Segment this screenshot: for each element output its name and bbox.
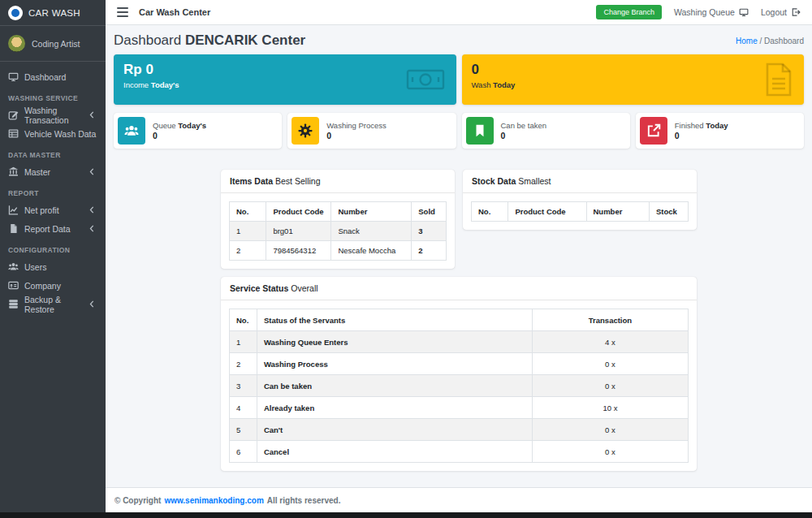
washing-process-value: 0 <box>326 131 387 140</box>
sidebar-section-washing-service: WASHING SERVICE <box>0 86 106 106</box>
washing-queue-link[interactable]: Washing Queue <box>674 7 749 17</box>
monitor-icon <box>739 7 749 17</box>
cell-sold: 2 <box>412 241 447 261</box>
stock-data-title-bold: Stock Data <box>472 176 516 186</box>
washing-queue-label: Washing Queue <box>674 7 735 17</box>
cell-status: Can be taken <box>257 375 532 397</box>
sidebar-nav: Dashboard WASHING SERVICE Washing Transa… <box>0 62 106 313</box>
sidebar-item-report-data[interactable]: Report Data <box>0 219 106 238</box>
column-header: No. <box>472 202 508 222</box>
monitor-icon <box>8 71 19 82</box>
chevron-left-icon <box>87 205 97 215</box>
id-card-icon <box>8 280 19 291</box>
queue-label: Queue <box>153 121 176 130</box>
finished-label-bold: Today <box>706 121 728 130</box>
income-card: Rp 0 Income Today's <box>114 54 456 105</box>
gear-icon <box>292 117 319 145</box>
sidebar-item-backup-restore[interactable]: Backup & Restore <box>0 295 106 313</box>
column-header: No. <box>230 309 257 331</box>
app-window: CAR WASH Coding Artist Dashboard WASHING… <box>0 0 812 518</box>
users-icon <box>118 117 145 145</box>
income-value: Rp 0 <box>123 61 447 78</box>
can-be-taken-value: 0 <box>501 131 547 140</box>
user-panel[interactable]: Coding Artist <box>0 26 106 62</box>
queue-value: 0 <box>153 131 206 140</box>
sidebar-item-label: Dashboard <box>24 72 66 82</box>
sign-out-icon <box>791 7 801 17</box>
change-branch-button[interactable]: Change Branch <box>596 5 662 19</box>
queue-card-text: Queue Today's 0 <box>153 121 206 140</box>
cell-transaction: 10 x <box>532 397 688 419</box>
wash-today-label: Wash Today <box>472 80 795 89</box>
sidebar-item-label: Users <box>24 262 46 272</box>
sidebar-item-users[interactable]: Users <box>0 257 106 276</box>
money-bill-icon <box>406 67 445 93</box>
sidebar-item-washing-transaction[interactable]: Washing Transaction <box>0 106 106 124</box>
sidebar-section-configuration: CONFIGURATION <box>0 238 106 257</box>
breadcrumb: Home / Dashboard <box>736 37 804 45</box>
page-title-bold: DENCARIK Center <box>185 32 305 48</box>
chevron-left-icon <box>87 299 97 309</box>
income-label: Income Today's <box>123 80 447 89</box>
finished-card: Finished Today 0 <box>636 113 804 149</box>
breadcrumb-current: Dashboard <box>764 37 804 45</box>
queue-label-bold: Today's <box>178 121 206 130</box>
items-data-title-bold: Items Data <box>230 176 273 186</box>
sidebar-item-label: Backup & Restore <box>24 295 81 314</box>
hamburger-menu-icon[interactable] <box>117 7 128 17</box>
sidebar-item-label: Report Data <box>24 224 71 234</box>
carwash-logo-icon <box>8 6 23 20</box>
chart-line-icon <box>8 205 19 215</box>
items-data-card-title: Items Data Best Selling <box>221 170 455 193</box>
column-header: No. <box>230 202 266 222</box>
items-data-title-regular: Best Selling <box>275 176 320 186</box>
cell-no: 1 <box>230 331 257 353</box>
service-status-table: No. Status of the Servants Transaction 1… <box>229 309 689 463</box>
sidebar-section-report: REPORT <box>0 181 106 201</box>
window-bottom-edge <box>0 512 812 518</box>
sidebar-item-label: Washing Transaction <box>24 106 81 125</box>
page-title-regular: Dashboard <box>114 32 181 48</box>
footer-copyright: © Copyright <box>114 496 161 505</box>
wash-today-card: 0 Wash Today <box>462 54 805 105</box>
sidebar-item-master[interactable]: Master <box>0 162 106 181</box>
user-avatar <box>8 35 25 52</box>
column-header: Sold <box>412 202 447 222</box>
tables-row: Items Data Best Selling No. Product Code… <box>221 170 697 269</box>
sidebar-item-net-profit[interactable]: Net profit <box>0 201 106 219</box>
stock-data-title-regular: Smallest <box>518 176 551 186</box>
cell-status: Cancel <box>257 441 532 463</box>
cell-no: 4 <box>230 397 257 419</box>
navbar-right: Change Branch Washing Queue Logout <box>596 5 812 19</box>
footer-rights: All rights reserved. <box>267 496 341 505</box>
sidebar-item-company[interactable]: Company <box>0 276 106 295</box>
sidebar-item-label: Vehicle Wash Data <box>24 129 96 139</box>
cell-transaction: 0 x <box>532 441 688 463</box>
table-row: 2 7984564312 Nescafe Moccha 2 <box>230 241 447 261</box>
page-title: Dashboard DENCARIK Center <box>114 32 305 49</box>
column-header: Stock <box>649 202 688 222</box>
cell-no: 1 <box>230 222 266 241</box>
footer-link[interactable]: www.senimankoding.com <box>164 496 263 505</box>
column-header: Transaction <box>532 309 688 331</box>
finished-card-text: Finished Today 0 <box>675 121 728 140</box>
cell-number: Nescafe Moccha <box>331 241 412 261</box>
stock-data-card: Stock Data Smallest No. Product Code Num… <box>463 170 697 230</box>
finished-label: Finished <box>675 121 704 130</box>
income-label-regular: Income <box>123 80 149 89</box>
table-row: 2 Washing Process 0 x <box>230 353 689 375</box>
brand-link[interactable]: CAR WASH <box>0 0 106 26</box>
sidebar-item-dashboard[interactable]: Dashboard <box>0 67 106 86</box>
chevron-left-icon <box>87 223 97 234</box>
table-row: 3 Can be taken 0 x <box>230 375 689 397</box>
cell-sold: 3 <box>412 222 447 241</box>
breadcrumb-home-link[interactable]: Home <box>736 37 758 45</box>
cell-transaction: 4 x <box>532 331 688 353</box>
brand-title: CAR WASH <box>28 8 80 18</box>
content-header: Dashboard DENCARIK Center Home / Dashboa… <box>106 25 812 54</box>
chevron-left-icon <box>87 110 97 120</box>
breadcrumb-separator: / <box>760 37 762 45</box>
logout-link[interactable]: Logout <box>761 7 801 17</box>
sidebar-item-vehicle-wash-data[interactable]: Vehicle Wash Data <box>0 124 106 143</box>
cell-no: 3 <box>230 375 257 397</box>
